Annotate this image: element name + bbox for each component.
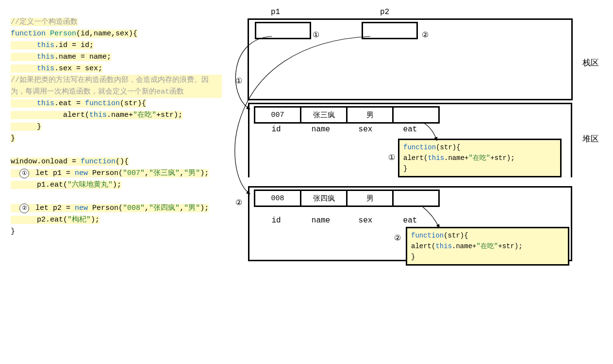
p1-label: p1 <box>271 8 280 16</box>
obj2-field-labels: idnamesexeat <box>254 216 432 225</box>
marker-1b: ① <box>388 153 395 162</box>
marker-2b: ② <box>394 233 401 243</box>
badge-2: ② <box>19 204 29 213</box>
code-block: //定义一个构造函数 function Person(id,name,sex){… <box>11 5 224 237</box>
code-comment-2: //如果把类的方法写在构造函数内部，会造成内存的浪费。因为，每调用一次构造函数，… <box>11 75 222 98</box>
obj1-row: 007 张三疯 男 <box>254 106 440 124</box>
marker-2c: ② <box>235 198 242 207</box>
p2-label: p2 <box>380 8 389 16</box>
p2-var-box <box>362 22 418 39</box>
func-box-2: function(str){ alert(this.name+"在吃"+str)… <box>406 227 569 266</box>
p1-var-box <box>255 22 311 39</box>
func-box-1: function(str){ alert(this.name+"在吃"+str)… <box>398 139 562 177</box>
obj2-row: 008 张四疯 男 <box>254 190 440 207</box>
marker-1c: ① <box>235 76 242 86</box>
code-comment: //定义一个构造函数 <box>11 18 78 26</box>
stack-area-label: 栈区 <box>582 57 599 68</box>
marker-2: ② <box>422 30 429 40</box>
marker-1: ① <box>313 30 319 40</box>
obj1-field-labels: idnamesexeat <box>254 125 432 134</box>
heap-area-label: 堆区 <box>582 133 599 144</box>
badge-1: ① <box>19 169 29 178</box>
